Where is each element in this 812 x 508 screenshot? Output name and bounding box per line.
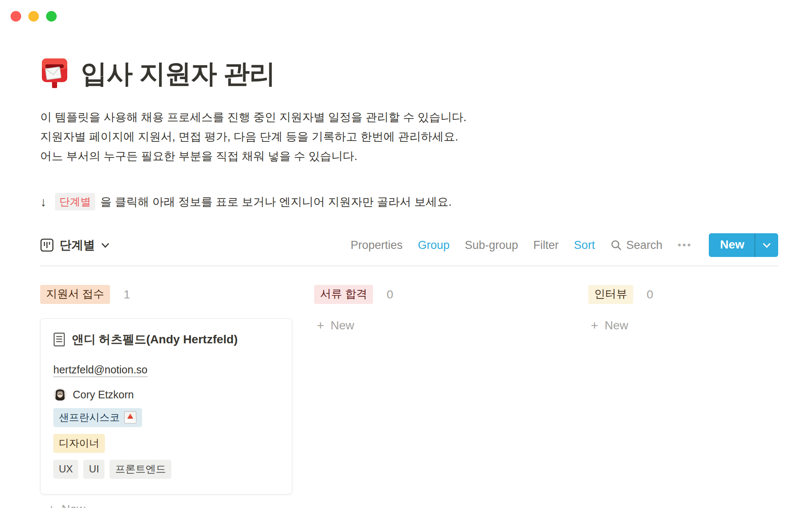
column-header[interactable]: 지원서 접수 1 — [40, 285, 292, 304]
role-tag-row: 디자이너 — [53, 434, 279, 453]
minimize-window-button[interactable] — [28, 11, 39, 22]
window-controls — [11, 11, 57, 22]
view-name-label: 단계별 — [60, 237, 95, 253]
board-column-received: 지원서 접수 1 앤디 허츠펠드(Andy Hertzfeld) — [40, 285, 292, 508]
description-line: 이 템플릿을 사용해 채용 프로세스를 진행 중인 지원자별 일정을 관리할 수… — [40, 108, 778, 127]
description-line: 어느 부서의 누구든 필요한 부분을 직접 채워 넣을 수 있습니다. — [40, 146, 778, 166]
more-options-icon[interactable]: ••• — [678, 239, 692, 251]
document-icon — [53, 332, 65, 347]
page-content: 입사 지원자 관리 이 템플릿을 사용해 채용 프로세스를 진행 중인 지원자별… — [0, 0, 812, 508]
card-title-row: 앤디 허츠펠드(Andy Hertzfeld) — [53, 331, 279, 348]
search-button[interactable]: Search — [610, 239, 663, 252]
description-line: 지원자별 페이지에 지원서, 면접 평가, 다음 단계 등을 기록하고 한번에 … — [40, 127, 778, 146]
foggy-emoji — [124, 411, 137, 424]
column-status-badge[interactable]: 지원서 접수 — [40, 285, 110, 304]
chevron-down-icon — [101, 243, 110, 248]
search-icon — [610, 239, 622, 251]
column-status-badge[interactable]: 인터뷰 — [588, 285, 633, 304]
board-column-passed: 서류 합격 0 + New — [314, 285, 566, 508]
role-tag: 디자이너 — [53, 434, 105, 453]
group-button[interactable]: Group — [418, 239, 450, 252]
board-view-icon — [40, 238, 54, 252]
plus-icon: + — [317, 318, 324, 333]
add-card-button[interactable]: + New — [588, 318, 778, 333]
add-card-button[interactable]: + New — [314, 318, 566, 333]
applicant-card[interactable]: 앤디 허츠펠드(Andy Hertzfeld) hertzfeld@notion… — [40, 318, 292, 494]
person-name: Cory Etzkorn — [73, 389, 134, 401]
down-arrow-icon: ↓ — [40, 195, 47, 209]
kanban-board: 지원서 접수 1 앤디 허츠펠드(Andy Hertzfeld) — [40, 285, 778, 508]
search-label: Search — [626, 239, 663, 252]
skill-tag: UI — [83, 460, 104, 479]
hint-line: ↓ 단계별 을 클릭해 아래 정보를 표로 보거나 엔지니어 지원자만 골라서 … — [40, 193, 778, 210]
email-link[interactable]: hertzfeld@notion.so — [53, 364, 148, 377]
add-card-label: New — [605, 319, 628, 332]
database-toolbar: 단계별 Properties Group Sub-group Filter So… — [40, 233, 778, 266]
view-switcher[interactable]: 단계별 — [40, 237, 110, 253]
plus-icon: + — [48, 502, 55, 508]
add-card-label: New — [331, 319, 354, 332]
column-count: 0 — [387, 288, 393, 301]
properties-button[interactable]: Properties — [351, 239, 403, 252]
column-header[interactable]: 서류 합격 0 — [314, 285, 566, 304]
add-card-button[interactable]: + New — [40, 502, 292, 508]
column-header[interactable]: 인터뷰 0 — [588, 285, 778, 304]
hint-text: 을 클릭해 아래 정보를 표로 보거나 엔지니어 지원자만 골라서 보세요. — [100, 194, 452, 210]
location-tag-row: 샌프란시스코 — [53, 408, 279, 427]
board-column-interview: 인터뷰 0 + New — [588, 285, 778, 508]
location-tag-label: 샌프란시스코 — [59, 411, 120, 424]
toolbar-actions: Properties Group Sub-group Filter Sort S… — [351, 233, 778, 257]
card-email-row: hertzfeld@notion.so — [53, 364, 279, 376]
filter-button[interactable]: Filter — [533, 239, 559, 252]
card-person-row: Cory Etzkorn — [53, 388, 279, 401]
page-title-row: 입사 지원자 관리 — [40, 0, 778, 91]
postbox-emoji — [40, 58, 70, 90]
page-title: 입사 지원자 관리 — [81, 56, 275, 91]
column-count: 0 — [647, 288, 653, 301]
zoom-window-button[interactable] — [46, 11, 57, 22]
add-card-label: New — [62, 502, 85, 508]
column-status-badge[interactable]: 서류 합격 — [314, 285, 373, 304]
column-count: 1 — [123, 288, 130, 301]
new-button-chevron-icon[interactable] — [755, 233, 778, 257]
card-title: 앤디 허츠펠드(Andy Hertzfeld) — [72, 331, 238, 348]
location-tag: 샌프란시스코 — [53, 408, 142, 427]
skill-tag-row: UX UI 프론트엔드 — [53, 460, 279, 479]
skill-tag: UX — [53, 460, 78, 479]
page-description: 이 템플릿을 사용해 채용 프로세스를 진행 중인 지원자별 일정을 관리할 수… — [40, 108, 778, 166]
view-name-code-tag[interactable]: 단계별 — [55, 193, 95, 210]
skill-tag: 프론트엔드 — [110, 460, 171, 479]
sort-button[interactable]: Sort — [574, 239, 595, 252]
avatar — [53, 388, 67, 401]
new-button-label[interactable]: New — [709, 233, 754, 257]
new-button[interactable]: New — [709, 233, 778, 257]
close-window-button[interactable] — [11, 11, 21, 22]
plus-icon: + — [591, 318, 598, 333]
subgroup-button[interactable]: Sub-group — [465, 239, 518, 252]
